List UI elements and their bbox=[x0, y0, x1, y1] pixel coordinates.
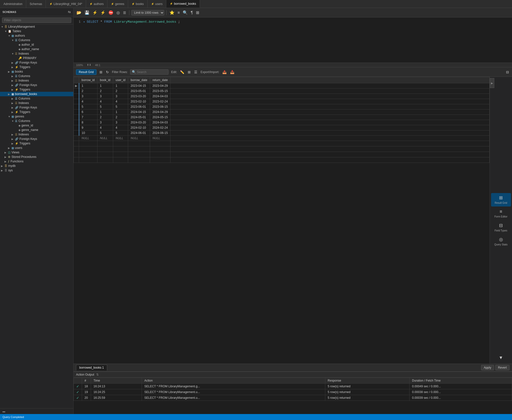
sidebar-item-author-name[interactable]: ◆ author_name bbox=[0, 47, 73, 51]
wrap-btn[interactable]: ⊟ bbox=[506, 70, 510, 75]
stop-btn[interactable]: ⛔ bbox=[107, 10, 114, 15]
sidebar-item-authors-triggers[interactable]: ▶ ⚡ Triggers bbox=[0, 65, 73, 69]
sidebar-item-users[interactable]: ▶ ▦ users bbox=[0, 146, 73, 150]
table-row[interactable]: 2222023-05-012023-05-15 bbox=[74, 89, 490, 94]
table-row[interactable]: 4442023-02-102023-02-24 bbox=[74, 99, 490, 104]
tab-librarymgmt[interactable]: ⚡ LibraryMngt_HW_04* bbox=[46, 0, 86, 8]
sidebar-item-authors-primary[interactable]: 🔑 PRIMARY bbox=[0, 56, 73, 60]
revert-btn[interactable]: Revert bbox=[495, 365, 510, 370]
col-header-return-date[interactable]: return_date bbox=[150, 77, 170, 83]
sidebar-item-tables[interactable]: ▼ 📋 Tables bbox=[0, 29, 73, 33]
sidebar-item-authors[interactable]: ▼ ▦ authors bbox=[0, 33, 73, 38]
table-row[interactable]: 10552024-06-012024-06-15 bbox=[74, 130, 490, 136]
tab-users[interactable]: ⚡ users bbox=[148, 0, 166, 8]
sidebar-item-sys[interactable]: ▶ 🗄 sys bbox=[0, 168, 73, 173]
col-header-time[interactable]: Time bbox=[91, 378, 142, 384]
grid-toggle-btn[interactable]: ⊞ bbox=[99, 70, 103, 75]
tab-books[interactable]: ⚡ books bbox=[128, 0, 148, 8]
save-btn[interactable]: 💾 bbox=[84, 10, 90, 15]
side-panel-form-editor[interactable]: ≡ Form Editor bbox=[491, 207, 511, 220]
refresh-btn[interactable]: ↻ bbox=[105, 70, 109, 75]
side-panel-toggle[interactable]: ▶ bbox=[490, 78, 494, 88]
search-btn[interactable]: 🔍 bbox=[182, 10, 189, 15]
edit-table-btn[interactable]: ⊞ bbox=[187, 70, 191, 75]
limit-select[interactable]: Limit to 1000 rows bbox=[131, 10, 164, 15]
col-header-response[interactable]: Response bbox=[325, 378, 409, 384]
col-header-book-id[interactable]: book_id bbox=[97, 77, 113, 83]
table-row[interactable]: 3332023-03-202024-04-03 bbox=[74, 94, 490, 99]
sidebar-item-functions[interactable]: ▶ ƒ Functions bbox=[0, 159, 73, 164]
col-header-user-id[interactable]: user_id bbox=[113, 77, 128, 83]
sidebar-item-mydb[interactable]: ▶ 🗄 mydb bbox=[0, 164, 73, 168]
sidebar-item-genre-name[interactable]: ◆ genre_name bbox=[0, 128, 73, 132]
table-row[interactable]: 6112024-04-152024-04-29 bbox=[74, 109, 490, 115]
edit-rows-btn[interactable]: ☰ bbox=[194, 70, 198, 75]
sidebar-item-views[interactable]: ▶ ◫ Views bbox=[0, 150, 73, 155]
bookmark-btn[interactable]: ⭐ bbox=[169, 10, 175, 15]
sidebar-item-books-columns[interactable]: ▶ ☰ Columns bbox=[0, 74, 73, 78]
sidebar-item-borrowed-books[interactable]: ▶ ▦ borrowed_books bbox=[0, 92, 73, 96]
side-panel-field-types[interactable]: ⊟ Field Types bbox=[491, 221, 511, 234]
sidebar-item-bb-triggers[interactable]: ▶ ⚡ Triggers bbox=[0, 110, 73, 114]
sidebar-item-librarymgmt[interactable]: ▼ 🗄 LibraryManagement bbox=[0, 24, 73, 29]
sort-icon[interactable]: ⇅ bbox=[96, 373, 99, 376]
sidebar-item-genres-indexes[interactable]: ▶ ☰ Indexes bbox=[0, 132, 73, 137]
table-row[interactable]: ▶1112023-04-152023-04-29 bbox=[74, 83, 490, 89]
table-row[interactable]: 5552023-06-012023-06-15 bbox=[74, 104, 490, 109]
sidebar-item-authors-indexes[interactable]: ▼ ☰ Indexes bbox=[0, 51, 73, 56]
sidebar-item-genres[interactable]: ▼ ▦ genres bbox=[0, 114, 73, 119]
tab-schemas[interactable]: Schemas bbox=[26, 0, 46, 8]
sidebar-item-genres-fk[interactable]: ▶ 🔗 Foreign Keys bbox=[0, 137, 73, 141]
sidebar-item-stored-procedures[interactable]: ▶ ⚙ Stored Procedures bbox=[0, 155, 73, 159]
side-panel-down[interactable]: ▼ bbox=[491, 353, 511, 362]
side-panel-result-grid[interactable]: ⊞ Result Grid bbox=[491, 193, 511, 207]
explain-btn[interactable]: ◎ bbox=[115, 10, 121, 15]
col-header-action[interactable]: Action bbox=[142, 378, 325, 384]
result-grid-btn[interactable]: Result Grid bbox=[76, 69, 96, 75]
tab-genres[interactable]: ⚡ genres bbox=[107, 0, 128, 8]
execute-selection-btn[interactable]: ⚡ bbox=[99, 10, 106, 15]
sidebar-item-books[interactable]: ▶ ▦ books bbox=[0, 69, 73, 74]
sidebar-item-bb-columns[interactable]: ▶ ☰ Columns bbox=[0, 96, 73, 101]
filter-input[interactable] bbox=[2, 17, 71, 23]
export-btn[interactable]: 📤 bbox=[222, 70, 227, 75]
sidebar-item-authors-fk[interactable]: ▶ 🔗 Foreign Keys bbox=[0, 60, 73, 65]
col-header-borrow-date[interactable]: borrow_date bbox=[128, 77, 150, 83]
sidebar-item-books-fk[interactable]: ▶ 🔗 Foreign Keys bbox=[0, 83, 73, 87]
grid-icon: ⊞ bbox=[499, 195, 503, 201]
table-row[interactable]: 8332024-03-202024-04-03 bbox=[74, 120, 490, 125]
sidebar-item-bb-fk[interactable]: ▶ 🔗 Foreign Keys bbox=[0, 105, 73, 110]
import-btn[interactable]: 📥 bbox=[230, 70, 235, 75]
side-panel-query-stats[interactable]: ◎ Query Stats bbox=[491, 235, 511, 248]
tab-borrowed-books[interactable]: ⚡ borrowed_books bbox=[166, 0, 200, 8]
col-header-duration[interactable]: Duration / Fetch Time bbox=[410, 378, 512, 384]
snippets-btn[interactable]: ⊞ bbox=[195, 10, 200, 15]
sidebar-item-books-triggers[interactable]: ▶ ⚡ Triggers bbox=[0, 87, 73, 92]
edit-pencil-btn[interactable]: ✏️ bbox=[179, 70, 185, 75]
layers-btn[interactable]: ≡ bbox=[176, 10, 181, 15]
cell-book_id: 2 bbox=[97, 115, 113, 120]
editor-content[interactable]: 1 ● SELECT * FROM LibraryManagement.borr… bbox=[74, 17, 512, 63]
sidebar-item-books-indexes[interactable]: ▶ ☰ Indexes bbox=[0, 78, 73, 83]
format-btn[interactable]: ≣ bbox=[122, 10, 127, 15]
search-input[interactable] bbox=[137, 70, 167, 74]
col-header-borrow-id[interactable]: borrow_id bbox=[79, 77, 97, 83]
paragraph-btn[interactable]: ¶ bbox=[190, 10, 194, 15]
collapse-arrows[interactable]: ⇆ bbox=[68, 10, 71, 14]
zoom-stepper[interactable]: ⬆⬇ bbox=[87, 63, 91, 67]
tab-authors[interactable]: ⚡ authors bbox=[86, 0, 107, 8]
open-folder-btn[interactable]: 📂 bbox=[76, 10, 83, 15]
sidebar-item-genres-columns[interactable]: ▼ ☰ Columns bbox=[0, 119, 73, 123]
table-row[interactable]: 7222024-05-012024-05-15 bbox=[74, 115, 490, 120]
sidebar-item-genre-id[interactable]: ◆ genre_id bbox=[0, 123, 73, 128]
bottom-tab-borrowed-books-1[interactable]: borrowed_books 1 bbox=[76, 365, 107, 371]
sidebar-item-genres-triggers[interactable]: ▶ ⚡ Triggers bbox=[0, 141, 73, 146]
data-table-container[interactable]: borrow_id book_id user_id borrow_date re… bbox=[74, 77, 490, 364]
sidebar-item-authors-columns[interactable]: ▼ ☰ Columns bbox=[0, 38, 73, 42]
apply-btn[interactable]: Apply bbox=[481, 365, 494, 370]
sidebar-item-author-id[interactable]: ◆ author_id bbox=[0, 42, 73, 47]
table-row[interactable]: 9442024-02-102024-02-24 bbox=[74, 125, 490, 130]
execute-btn[interactable]: ⚡ bbox=[91, 10, 98, 15]
sidebar-item-bb-indexes[interactable]: ▶ ☰ Indexes bbox=[0, 101, 73, 105]
tab-administration[interactable]: Administration bbox=[0, 0, 26, 8]
